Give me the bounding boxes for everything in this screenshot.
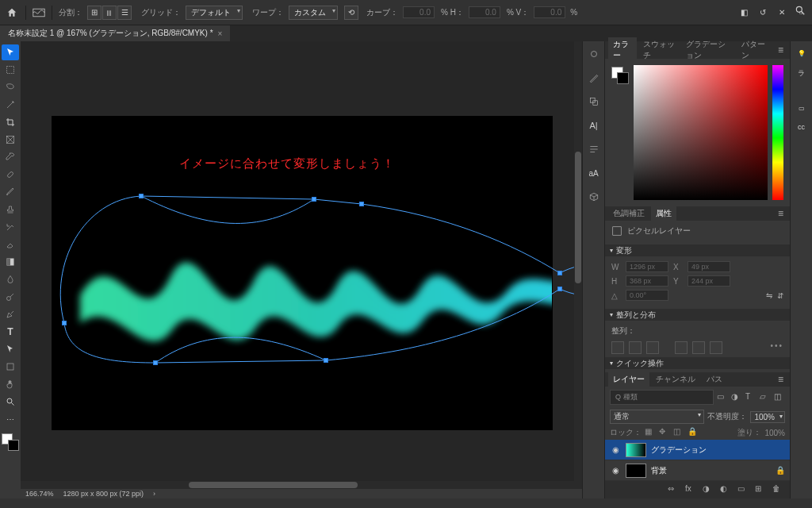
lock-position-icon[interactable]: ✥ xyxy=(659,427,670,438)
align-bottom-icon[interactable] xyxy=(710,341,722,354)
lock-all-icon[interactable]: 🔒 xyxy=(688,427,699,438)
blur-tool[interactable] xyxy=(2,271,19,287)
layer-name[interactable]: 背景 xyxy=(651,465,667,476)
edit-toolbar-icon[interactable]: ⋯ xyxy=(2,411,19,427)
lightbulb-icon[interactable]: 💡 xyxy=(794,46,810,60)
layer-thumbnail[interactable] xyxy=(626,464,646,478)
status-chevron-icon[interactable]: › xyxy=(153,490,155,498)
group-icon[interactable]: ▭ xyxy=(737,484,749,495)
lock-artboard-icon[interactable]: ◫ xyxy=(673,427,684,438)
flip-h-icon[interactable]: ⇋ xyxy=(766,291,772,300)
align-hcenter-icon[interactable] xyxy=(629,341,642,354)
layer-thumbnail[interactable] xyxy=(626,443,646,457)
frame-tool[interactable] xyxy=(2,132,19,148)
tab-layers[interactable]: レイヤー xyxy=(608,372,649,387)
reset-icon[interactable]: ↺ xyxy=(756,6,769,19)
align-section-head[interactable]: ▾整列と分布 xyxy=(605,309,790,321)
move-tool[interactable] xyxy=(2,44,19,60)
search-icon[interactable] xyxy=(795,5,807,17)
fx-icon[interactable]: fx xyxy=(685,484,696,495)
eyedropper-tool[interactable] xyxy=(2,149,19,165)
cancel-icon[interactable]: ✕ xyxy=(776,6,788,19)
scrollbar-vertical[interactable] xyxy=(574,41,582,481)
blend-mode-select[interactable]: 通常 xyxy=(610,410,704,424)
panel-menu-icon[interactable]: ≡ xyxy=(775,208,787,219)
angle-field[interactable]: 0.00° xyxy=(626,290,668,301)
warp-anchor[interactable] xyxy=(139,194,144,198)
glyphs-panel-icon[interactable]: aA xyxy=(586,165,602,181)
brush-settings-icon[interactable] xyxy=(586,70,602,86)
color-current-swatch[interactable] xyxy=(611,67,629,84)
v-value[interactable]: 0.0 xyxy=(534,6,565,18)
filter-pixel-icon[interactable]: ▭ xyxy=(717,392,728,403)
shape-tool[interactable] xyxy=(2,359,19,375)
close-icon[interactable]: × xyxy=(218,29,223,38)
wand-tool[interactable] xyxy=(2,97,19,113)
warp-anchor[interactable] xyxy=(153,360,158,365)
link-layers-icon[interactable]: ⇔ xyxy=(668,484,679,495)
visibility-icon[interactable]: ◉ xyxy=(610,445,621,454)
type-tool[interactable]: T xyxy=(2,324,19,340)
color-swatches[interactable] xyxy=(2,433,19,451)
dock-label-libraries[interactable]: ラ xyxy=(798,68,805,79)
pen-tool[interactable] xyxy=(2,306,19,322)
marquee-tool[interactable] xyxy=(2,62,19,78)
panel-menu-icon[interactable]: ≡ xyxy=(775,44,787,56)
split-rows-icon[interactable]: ☰ xyxy=(117,6,132,20)
grid-dropdown[interactable]: デフォルト xyxy=(186,6,243,20)
clone-source-icon[interactable] xyxy=(586,94,602,110)
align-top-icon[interactable] xyxy=(675,341,688,354)
trash-icon[interactable]: 🗑 xyxy=(772,484,783,495)
tab-channels[interactable]: チャンネル xyxy=(651,372,700,387)
heal-tool[interactable] xyxy=(2,167,19,183)
cc-libraries-icon[interactable]: ▭ xyxy=(794,101,810,115)
document-tab[interactable]: 名称未設定 1 @ 167% (グラデーション, RGB/8#/CMYK) * … xyxy=(0,25,230,41)
transform-section-head[interactable]: ▾変形 xyxy=(605,244,790,256)
flip-v-icon[interactable]: ⇵ xyxy=(777,291,783,300)
eraser-tool[interactable] xyxy=(2,237,19,252)
mask-icon[interactable]: ◑ xyxy=(703,484,714,495)
x-field[interactable]: 49 px xyxy=(688,261,730,272)
hand-tool[interactable] xyxy=(2,376,19,392)
gradient-tool[interactable] xyxy=(2,254,19,270)
opacity-value[interactable]: 100% xyxy=(750,411,785,423)
history-brush-tool[interactable] xyxy=(2,219,19,235)
layer-search[interactable]: Q 種類 xyxy=(610,390,714,405)
home-icon[interactable] xyxy=(5,6,19,20)
align-left-icon[interactable] xyxy=(611,341,624,354)
quick-section-head[interactable]: ▾クイック操作 xyxy=(605,357,790,369)
filter-smart-icon[interactable]: ◫ xyxy=(774,392,785,403)
dodge-tool[interactable] xyxy=(2,289,19,305)
curve-value[interactable]: 0.0 xyxy=(403,6,435,18)
stamp-tool[interactable] xyxy=(2,202,19,217)
warp-anchor[interactable] xyxy=(312,197,316,202)
warp-anchor[interactable] xyxy=(557,287,562,291)
character-panel-icon[interactable]: A| xyxy=(586,117,602,133)
scrollbar-horizontal[interactable] xyxy=(21,481,582,489)
lasso-tool[interactable] xyxy=(2,79,19,95)
toggle-mode-icon[interactable]: ◧ xyxy=(737,6,750,19)
crop-tool[interactable] xyxy=(2,114,19,130)
hue-slider[interactable] xyxy=(772,65,783,200)
dock-label-cc[interactable]: cc xyxy=(798,123,805,131)
adjustment-icon[interactable]: ◐ xyxy=(720,484,731,495)
filter-adjust-icon[interactable]: ◑ xyxy=(731,392,742,403)
warp-anchor[interactable] xyxy=(324,358,328,363)
zoom-tool[interactable] xyxy=(2,394,19,410)
orientation-icon[interactable]: ⟲ xyxy=(344,6,358,20)
brushes-panel-icon[interactable] xyxy=(586,46,602,62)
zoom-level[interactable]: 166.74% xyxy=(25,490,54,498)
lock-pixels-icon[interactable]: ▦ xyxy=(645,427,656,438)
align-vcenter-icon[interactable] xyxy=(692,341,705,354)
tab-properties[interactable]: 属性 xyxy=(651,206,676,221)
brush-tool[interactable] xyxy=(2,184,19,200)
filter-shape-icon[interactable]: ▱ xyxy=(760,392,771,403)
y-field[interactable]: 244 px xyxy=(688,275,730,287)
split-cols-icon[interactable]: ⫼ xyxy=(102,6,117,20)
paragraph-panel-icon[interactable] xyxy=(586,141,602,157)
warp-anchor[interactable] xyxy=(359,202,364,206)
warp-anchor[interactable] xyxy=(62,321,67,325)
layer-name[interactable]: グラデーション xyxy=(651,444,707,456)
width-field[interactable]: 1296 px xyxy=(626,261,668,272)
tab-adjustments[interactable]: 色調補正 xyxy=(608,206,649,221)
